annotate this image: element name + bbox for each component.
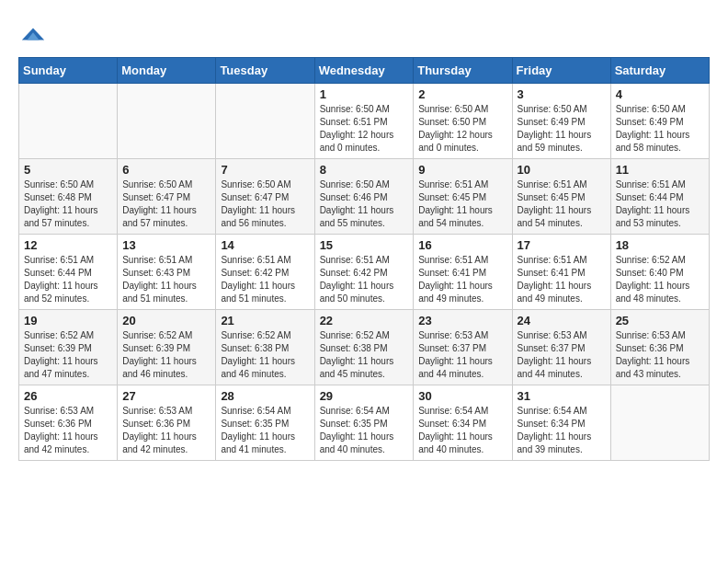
day-info: Sunrise: 6:52 AM Sunset: 6:39 PM Dayligh…	[24, 329, 112, 381]
day-info: Sunrise: 6:52 AM Sunset: 6:40 PM Dayligh…	[616, 254, 704, 305]
day-info: Sunrise: 6:53 AM Sunset: 6:36 PM Dayligh…	[616, 329, 704, 381]
day-number: 6	[122, 163, 210, 177]
day-cell: 8Sunrise: 6:50 AM Sunset: 6:46 PM Daylig…	[314, 159, 414, 235]
day-number: 10	[518, 163, 606, 177]
day-cell: 25Sunrise: 6:53 AM Sunset: 6:36 PM Dayli…	[610, 310, 709, 385]
day-info: Sunrise: 6:50 AM Sunset: 6:49 PM Dayligh…	[616, 103, 704, 155]
day-cell: 12Sunrise: 6:51 AM Sunset: 6:44 PM Dayli…	[19, 235, 118, 310]
day-cell: 6Sunrise: 6:50 AM Sunset: 6:47 PM Daylig…	[118, 159, 216, 235]
day-cell: 15Sunrise: 6:51 AM Sunset: 6:42 PM Dayli…	[314, 235, 414, 310]
day-cell: 19Sunrise: 6:52 AM Sunset: 6:39 PM Dayli…	[19, 310, 118, 385]
day-info: Sunrise: 6:50 AM Sunset: 6:49 PM Dayligh…	[518, 103, 606, 155]
day-number: 25	[616, 314, 704, 327]
day-cell: 22Sunrise: 6:52 AM Sunset: 6:38 PM Dayli…	[314, 310, 414, 385]
day-info: Sunrise: 6:53 AM Sunset: 6:36 PM Dayligh…	[122, 405, 210, 456]
weekday-header-wednesday: Wednesday	[314, 58, 414, 84]
day-info: Sunrise: 6:54 AM Sunset: 6:34 PM Dayligh…	[418, 405, 506, 456]
day-number: 23	[418, 314, 506, 327]
day-number: 12	[24, 238, 112, 252]
day-cell: 5Sunrise: 6:50 AM Sunset: 6:48 PM Daylig…	[19, 159, 118, 235]
day-number: 30	[418, 389, 506, 403]
day-info: Sunrise: 6:50 AM Sunset: 6:47 PM Dayligh…	[221, 178, 309, 230]
day-cell: 30Sunrise: 6:54 AM Sunset: 6:34 PM Dayli…	[414, 385, 512, 461]
page: SundayMondayTuesdayWednesdayThursdayFrid…	[0, 0, 728, 470]
day-number: 31	[518, 389, 606, 403]
day-info: Sunrise: 6:51 AM Sunset: 6:42 PM Dayligh…	[320, 254, 409, 305]
day-cell: 16Sunrise: 6:51 AM Sunset: 6:41 PM Dayli…	[414, 235, 512, 310]
day-info: Sunrise: 6:51 AM Sunset: 6:45 PM Dayligh…	[418, 178, 506, 230]
day-number: 21	[221, 314, 309, 327]
day-cell: 21Sunrise: 6:52 AM Sunset: 6:38 PM Dayli…	[216, 310, 314, 385]
day-number: 13	[122, 238, 210, 252]
day-cell: 9Sunrise: 6:51 AM Sunset: 6:45 PM Daylig…	[414, 159, 512, 235]
weekday-header-friday: Friday	[512, 58, 610, 84]
day-info: Sunrise: 6:50 AM Sunset: 6:50 PM Dayligh…	[418, 103, 506, 155]
day-cell: 31Sunrise: 6:54 AM Sunset: 6:34 PM Dayli…	[512, 385, 610, 461]
day-cell: 4Sunrise: 6:50 AM Sunset: 6:49 PM Daylig…	[610, 84, 709, 159]
day-cell	[19, 84, 118, 159]
logo-icon	[20, 22, 46, 48]
day-info: Sunrise: 6:53 AM Sunset: 6:37 PM Dayligh…	[518, 329, 606, 381]
day-number: 8	[320, 163, 409, 177]
day-number: 1	[320, 87, 409, 101]
day-cell: 28Sunrise: 6:54 AM Sunset: 6:35 PM Dayli…	[216, 385, 314, 461]
day-info: Sunrise: 6:51 AM Sunset: 6:43 PM Dayligh…	[122, 254, 210, 305]
day-number: 27	[122, 389, 210, 403]
header	[18, 18, 710, 48]
week-row-1: 1Sunrise: 6:50 AM Sunset: 6:51 PM Daylig…	[19, 84, 710, 159]
day-info: Sunrise: 6:52 AM Sunset: 6:38 PM Dayligh…	[221, 329, 309, 381]
day-cell: 24Sunrise: 6:53 AM Sunset: 6:37 PM Dayli…	[512, 310, 610, 385]
day-info: Sunrise: 6:51 AM Sunset: 6:44 PM Dayligh…	[616, 178, 704, 230]
day-number: 17	[518, 238, 606, 252]
week-row-3: 12Sunrise: 6:51 AM Sunset: 6:44 PM Dayli…	[19, 235, 710, 310]
day-cell	[118, 84, 216, 159]
day-cell: 10Sunrise: 6:51 AM Sunset: 6:45 PM Dayli…	[512, 159, 610, 235]
day-cell: 27Sunrise: 6:53 AM Sunset: 6:36 PM Dayli…	[118, 385, 216, 461]
day-cell: 26Sunrise: 6:53 AM Sunset: 6:36 PM Dayli…	[19, 385, 118, 461]
day-number: 18	[616, 238, 704, 252]
day-cell: 7Sunrise: 6:50 AM Sunset: 6:47 PM Daylig…	[216, 159, 314, 235]
day-info: Sunrise: 6:53 AM Sunset: 6:37 PM Dayligh…	[418, 329, 506, 381]
weekday-header-saturday: Saturday	[610, 58, 709, 84]
calendar-table: SundayMondayTuesdayWednesdayThursdayFrid…	[18, 57, 710, 461]
day-number: 11	[616, 163, 704, 177]
day-number: 14	[221, 238, 309, 252]
day-info: Sunrise: 6:51 AM Sunset: 6:41 PM Dayligh…	[518, 254, 606, 305]
day-info: Sunrise: 6:54 AM Sunset: 6:34 PM Dayligh…	[518, 405, 606, 456]
weekday-header-monday: Monday	[118, 58, 216, 84]
day-number: 16	[418, 238, 506, 252]
day-info: Sunrise: 6:54 AM Sunset: 6:35 PM Dayligh…	[320, 405, 409, 456]
day-info: Sunrise: 6:50 AM Sunset: 6:47 PM Dayligh…	[122, 178, 210, 230]
day-info: Sunrise: 6:51 AM Sunset: 6:45 PM Dayligh…	[518, 178, 606, 230]
day-cell: 20Sunrise: 6:52 AM Sunset: 6:39 PM Dayli…	[118, 310, 216, 385]
day-info: Sunrise: 6:50 AM Sunset: 6:51 PM Dayligh…	[320, 103, 409, 155]
day-number: 2	[418, 87, 506, 101]
day-number: 24	[518, 314, 606, 327]
logo	[18, 22, 48, 48]
day-info: Sunrise: 6:53 AM Sunset: 6:36 PM Dayligh…	[24, 405, 112, 456]
day-number: 19	[24, 314, 112, 327]
day-number: 26	[24, 389, 112, 403]
day-info: Sunrise: 6:50 AM Sunset: 6:48 PM Dayligh…	[24, 178, 112, 230]
day-number: 7	[221, 163, 309, 177]
week-row-4: 19Sunrise: 6:52 AM Sunset: 6:39 PM Dayli…	[19, 310, 710, 385]
week-row-5: 26Sunrise: 6:53 AM Sunset: 6:36 PM Dayli…	[19, 385, 710, 461]
day-cell: 23Sunrise: 6:53 AM Sunset: 6:37 PM Dayli…	[414, 310, 512, 385]
day-cell	[216, 84, 314, 159]
day-number: 20	[122, 314, 210, 327]
day-cell: 3Sunrise: 6:50 AM Sunset: 6:49 PM Daylig…	[512, 84, 610, 159]
day-info: Sunrise: 6:52 AM Sunset: 6:39 PM Dayligh…	[122, 329, 210, 381]
day-cell: 18Sunrise: 6:52 AM Sunset: 6:40 PM Dayli…	[610, 235, 709, 310]
weekday-header-row: SundayMondayTuesdayWednesdayThursdayFrid…	[19, 58, 710, 84]
day-cell: 11Sunrise: 6:51 AM Sunset: 6:44 PM Dayli…	[610, 159, 709, 235]
weekday-header-tuesday: Tuesday	[216, 58, 314, 84]
day-number: 5	[24, 163, 112, 177]
day-cell: 1Sunrise: 6:50 AM Sunset: 6:51 PM Daylig…	[314, 84, 414, 159]
day-info: Sunrise: 6:52 AM Sunset: 6:38 PM Dayligh…	[320, 329, 409, 381]
day-cell: 14Sunrise: 6:51 AM Sunset: 6:42 PM Dayli…	[216, 235, 314, 310]
day-info: Sunrise: 6:51 AM Sunset: 6:44 PM Dayligh…	[24, 254, 112, 305]
day-info: Sunrise: 6:51 AM Sunset: 6:41 PM Dayligh…	[418, 254, 506, 305]
day-number: 29	[320, 389, 409, 403]
day-cell: 2Sunrise: 6:50 AM Sunset: 6:50 PM Daylig…	[414, 84, 512, 159]
weekday-header-thursday: Thursday	[414, 58, 512, 84]
